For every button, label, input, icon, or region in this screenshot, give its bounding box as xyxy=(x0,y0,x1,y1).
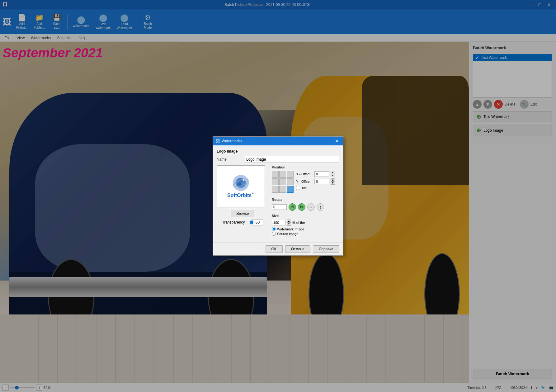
pos-cell-0[interactable] xyxy=(272,171,279,178)
size-source-label: Source Image xyxy=(277,232,298,236)
offset-controls: X - Offset ▲ ▼ Y - Offset xyxy=(296,171,335,190)
pos-cell-5[interactable] xyxy=(287,178,294,185)
browse-button[interactable]: Browse xyxy=(231,210,254,217)
size-radio-group: Watermark Image Source Image xyxy=(272,227,339,236)
transparency-row: Transparency xyxy=(222,219,263,225)
size-radio-source[interactable] xyxy=(272,232,276,236)
y-offset-spinner: ▲ ▼ xyxy=(331,178,335,185)
size-section: Size ▲ ▼ % of the Wate xyxy=(272,214,339,236)
size-controls: ▲ ▼ % of the xyxy=(272,220,339,226)
modal-section-title: Logo Image xyxy=(217,149,339,153)
cancel-button[interactable]: Отмена xyxy=(285,245,310,253)
planet-svg xyxy=(232,174,249,191)
y-offset-input[interactable] xyxy=(314,179,329,184)
rotate-controls: ↺ ↻ ↔ ↕ xyxy=(272,203,339,211)
size-spinner: ▲ ▼ xyxy=(287,220,291,226)
transparency-label: Transparency xyxy=(222,220,247,224)
position-section: Position xyxy=(272,165,339,195)
y-offset-row: Y - Offset ▲ ▼ xyxy=(296,178,335,185)
softorbits-logo: SoftOrbits™ xyxy=(227,174,254,198)
transparency-value[interactable] xyxy=(252,219,263,225)
position-layout: X - Offset ▲ ▼ Y - Offset xyxy=(272,171,339,195)
y-offset-down[interactable]: ▼ xyxy=(331,182,335,185)
modal-content-layout: SoftOrbits™ Browse Transparency xyxy=(217,165,339,239)
flip-h-button[interactable]: ↔ xyxy=(307,203,315,211)
watermarks-dialog: 🖼 Watermarks ✕ Logo Image Name xyxy=(213,136,343,256)
modal-body: Logo Image Name xyxy=(213,145,343,243)
help-button[interactable]: Справка xyxy=(313,245,339,253)
x-offset-up[interactable]: ▲ xyxy=(331,171,335,174)
softorbits-brand: SoftOrbits™ xyxy=(227,193,254,198)
ok-button[interactable]: OK xyxy=(266,245,283,253)
modal-footer: OK Отмена Справка xyxy=(213,243,343,255)
size-option-source: Source Image xyxy=(272,232,339,236)
flip-v-button[interactable]: ↕ xyxy=(317,203,324,211)
size-option-watermark: Watermark Image xyxy=(272,227,339,231)
modal-right-panel: Position xyxy=(272,165,339,239)
rotate-section: Rotate ↺ ↻ ↔ ↕ xyxy=(272,198,339,211)
rotate-cw-button[interactable]: ↻ xyxy=(298,203,305,211)
rotate-title: Rotate xyxy=(272,198,339,201)
modal-overlay: 🖼 Watermarks ✕ Logo Image Name xyxy=(0,0,556,392)
tile-label: Tile xyxy=(301,186,307,190)
x-offset-down[interactable]: ▼ xyxy=(331,174,335,177)
modal-icon: 🖼 xyxy=(216,139,220,143)
rotate-ccw-button[interactable]: ↺ xyxy=(289,203,296,211)
pos-cell-7[interactable] xyxy=(279,186,286,193)
size-unit: % of the xyxy=(292,221,305,224)
pos-cell-3[interactable] xyxy=(272,178,279,185)
trademark-symbol: ™ xyxy=(252,193,254,196)
tile-checkbox[interactable] xyxy=(296,186,300,190)
pos-cell-8[interactable] xyxy=(287,186,294,193)
name-input[interactable] xyxy=(244,156,339,163)
modal-title-left: 🖼 Watermarks xyxy=(216,139,242,143)
x-offset-spinner: ▲ ▼ xyxy=(331,171,335,177)
modal-close-button[interactable]: ✕ xyxy=(334,139,340,144)
angle-input[interactable] xyxy=(272,204,287,210)
size-input[interactable] xyxy=(272,220,285,225)
position-title: Position xyxy=(272,165,339,169)
tile-checkbox-row: Tile xyxy=(296,186,335,190)
pos-cell-1[interactable] xyxy=(279,171,286,178)
size-watermark-label: Watermark Image xyxy=(277,227,304,231)
pos-cell-6[interactable] xyxy=(272,186,279,193)
svg-point-3 xyxy=(237,182,242,186)
modal-name-row: Name xyxy=(217,156,339,163)
modal-title: Watermarks xyxy=(222,139,242,143)
size-down[interactable]: ▼ xyxy=(287,223,291,226)
transparency-thumb[interactable] xyxy=(250,220,253,224)
name-label: Name xyxy=(217,157,242,162)
position-grid xyxy=(272,171,294,193)
size-radio-watermark[interactable] xyxy=(272,227,276,231)
x-offset-input[interactable] xyxy=(314,171,329,177)
pos-cell-4[interactable] xyxy=(279,178,286,185)
logo-preview: SoftOrbits™ xyxy=(217,165,265,207)
size-up[interactable]: ▲ xyxy=(287,220,291,223)
x-offset-label: X - Offset xyxy=(296,172,313,176)
size-title: Size xyxy=(272,214,339,218)
y-offset-up[interactable]: ▲ xyxy=(331,178,335,182)
modal-left-panel: SoftOrbits™ Browse Transparency xyxy=(217,165,269,239)
svg-point-5 xyxy=(243,179,245,181)
x-offset-row: X - Offset ▲ ▼ xyxy=(296,171,335,177)
y-offset-label: Y - Offset xyxy=(296,180,313,183)
pos-cell-2[interactable] xyxy=(287,171,294,178)
modal-titlebar: 🖼 Watermarks ✕ xyxy=(213,137,343,145)
